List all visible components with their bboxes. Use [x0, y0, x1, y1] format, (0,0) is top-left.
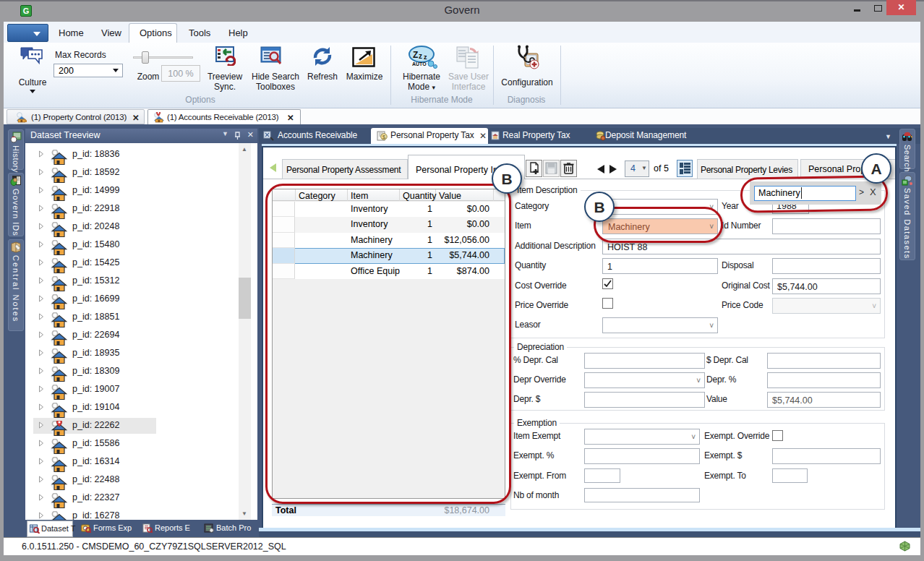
svg-text:z: z [419, 52, 422, 60]
svg-text:$: $ [382, 134, 386, 140]
svg-text:z: z [424, 53, 427, 61]
svg-text:AUTO: AUTO [412, 61, 427, 67]
svg-text:Z: Z [413, 50, 418, 60]
